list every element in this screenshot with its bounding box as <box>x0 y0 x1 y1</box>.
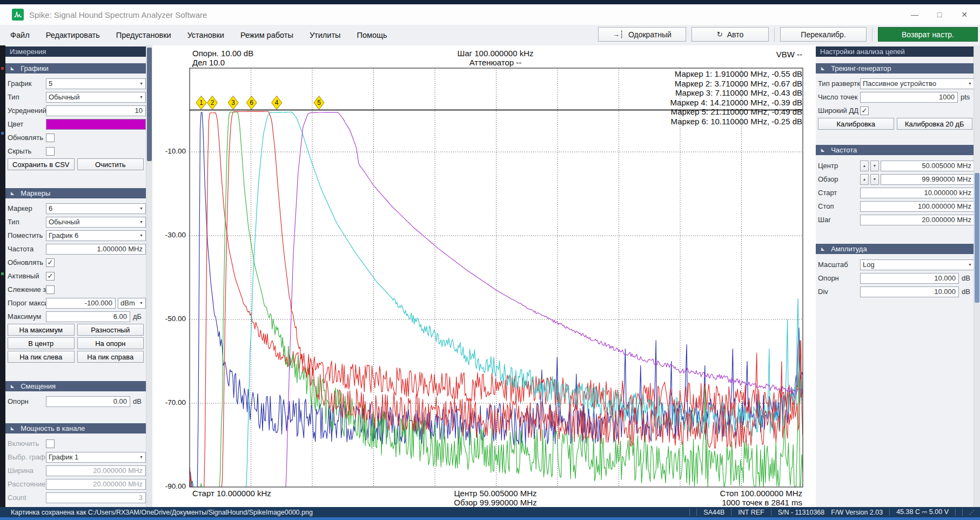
toolbar-separator <box>872 28 872 42</box>
center-freq-row: Центр ▲ ▼ 50.005000 MHz <box>816 159 975 172</box>
peak-threshold-input[interactable]: -100.000 <box>46 298 116 309</box>
status-separator <box>696 509 697 516</box>
trace-select-dropdown[interactable]: 5▼ <box>46 78 146 89</box>
stop-freq-input[interactable]: 100.000000 MHz <box>860 201 975 212</box>
maximize-icon[interactable]: □ <box>927 4 952 25</box>
channel-count-input[interactable]: 3 <box>46 492 146 503</box>
sweep-toolbar: →┆ Одократный ↻ Авто Перекалибр. Возврат… <box>598 27 978 42</box>
center-step-down-button[interactable]: ▼ <box>870 161 879 171</box>
marker-readout-line: Маркер 1: 1.910000 MHz, -0.55 dB <box>559 69 802 79</box>
marker-type-dropdown[interactable]: Обычный▼ <box>46 217 146 228</box>
trace-type-row: Тип Обычный▼ <box>5 90 146 104</box>
offsets-section-header[interactable]: ◣Смещения <box>5 381 146 391</box>
right-panel-scrollbar[interactable] <box>974 45 980 508</box>
marker-to-center-button[interactable]: В центр <box>8 337 75 349</box>
peak-max-unit: дБ <box>130 312 146 321</box>
ref-level-input[interactable]: 10.000 <box>860 273 959 284</box>
status-separator <box>689 509 690 516</box>
chevron-down-icon: ▼ <box>139 206 143 210</box>
trace-color-swatch[interactable] <box>46 119 146 130</box>
stop-freq-row: Стоп 100.000000 MHz <box>816 199 975 213</box>
marker-to-peak-button[interactable]: На максимум <box>8 324 75 336</box>
trace-avg-row: Усреднений 10 <box>5 104 146 117</box>
chart-step-label: Шаг 100.000000 kHz <box>458 49 534 58</box>
menu-help[interactable]: Помощь <box>351 29 393 42</box>
y-tick-label: -70.00 <box>153 398 186 406</box>
amplitude-section-header[interactable]: ◣Амплитуда <box>816 244 975 254</box>
clear-trace-button[interactable]: Очистить <box>77 158 144 170</box>
center-step-up-button[interactable]: ▲ <box>860 161 869 171</box>
marker-place-dropdown[interactable]: График 6▼ <box>46 230 146 241</box>
status-message: Картинка сохранена как C:/Users/RX3AM/On… <box>11 509 313 516</box>
menu-utilities[interactable]: Утилиты <box>304 29 347 42</box>
right-scrollbar-thumb[interactable] <box>975 173 979 303</box>
trace-update-checkbox[interactable]: ✓ <box>46 134 55 142</box>
marker-to-ref-button[interactable]: На опорн <box>77 337 144 349</box>
channel-power-enable-checkbox[interactable]: ✓ <box>46 439 55 448</box>
span-step-up-button[interactable]: ▲ <box>860 174 869 185</box>
center-freq-input[interactable]: 50.005000 MHz <box>881 161 975 171</box>
peak-max-input[interactable]: 6.00 <box>46 311 130 322</box>
marker-delta-button[interactable]: Разностный <box>77 324 144 336</box>
left-panel-scrollbar[interactable] <box>146 45 152 508</box>
collapse-triangle-icon: ◣ <box>821 66 824 71</box>
wide-dr-checkbox[interactable]: ✓ <box>860 106 869 115</box>
peak-left-button[interactable]: На пик слева <box>8 351 75 363</box>
channel-power-trace-dropdown[interactable]: График 1▼ <box>46 452 146 463</box>
marker-active-row: Активный ✓ <box>5 269 146 283</box>
menu-presets[interactable]: Предустановки <box>110 29 177 42</box>
y-tick-label: -90.00 <box>153 482 186 490</box>
menu-settings[interactable]: Установки <box>182 29 230 42</box>
menu-edit[interactable]: Редактировать <box>40 29 106 42</box>
resize-grip-icon[interactable]: ⋰ <box>969 509 975 515</box>
trace-type-dropdown[interactable]: Обычный▼ <box>46 92 146 103</box>
step-freq-input[interactable]: 20.000000 MHz <box>860 215 975 225</box>
export-csv-button[interactable]: Сохранить в CSV <box>8 158 75 170</box>
start-freq-input[interactable]: 10.000000 kHz <box>860 188 975 198</box>
network-panel-title: Настройки анализа цепей <box>816 46 975 57</box>
status-firmware: F/W Version 2.03 <box>831 509 883 516</box>
trace-hide-checkbox[interactable]: ✓ <box>46 147 55 156</box>
calibrate-button[interactable]: Калибровка <box>818 118 894 130</box>
marker-freq-input[interactable]: 1.000000 MHz <box>46 244 146 255</box>
recalibrate-button[interactable]: Перекалибр. <box>780 27 867 42</box>
minimize-icon[interactable]: — <box>902 4 927 25</box>
channel-spacing-input[interactable]: 20.000000 MHz <box>46 479 146 490</box>
marker-active-checkbox[interactable]: ✓ <box>46 272 55 281</box>
auto-sweep-button[interactable]: ↻ Авто <box>692 27 769 42</box>
title-bar: Spike: Signal Hound Spectrum Analyzer So… <box>0 4 980 25</box>
frequency-section-header[interactable]: ◣Частота <box>816 145 975 155</box>
marker-track-checkbox[interactable]: ✓ <box>46 285 55 294</box>
traces-section-header[interactable]: ◣Графики <box>5 63 146 74</box>
span-input[interactable]: 99.990000 MHz <box>881 174 975 185</box>
span-step-down-button[interactable]: ▼ <box>870 174 879 185</box>
channel-width-row: Ширина 20.000000 MHz <box>5 464 146 477</box>
markers-section-header[interactable]: ◣Маркеры <box>5 188 146 198</box>
sweep-type-dropdown[interactable]: Пассивное устройство▼ <box>860 78 975 89</box>
close-icon[interactable]: ✕ <box>952 4 977 25</box>
marker-diamond-label: 4 <box>275 99 279 106</box>
chart-ref-label: Опорн. 10.00 dB <box>192 49 253 58</box>
div-input[interactable]: 10.000 <box>860 286 959 297</box>
peak-right-button[interactable]: На пик справа <box>77 351 144 363</box>
trace-avg-input[interactable]: 10 <box>46 105 146 116</box>
marker-track-row: Слежение за ✓ <box>5 283 146 296</box>
single-sweep-button[interactable]: →┆ Одократный <box>598 27 686 42</box>
menu-file[interactable]: Файл <box>4 29 36 42</box>
calibrate-20db-button[interactable]: Калибровка 20 дБ <box>897 118 973 130</box>
peak-threshold-unit-dropdown[interactable]: dBm▼ <box>118 298 146 309</box>
left-scrollbar-thumb[interactable] <box>147 48 152 161</box>
channel-width-input[interactable]: 20.000000 MHz <box>46 465 146 476</box>
tracking-gen-section-header[interactable]: ◣Трекинг-генератор <box>816 63 975 74</box>
points-count-input[interactable]: 1000 <box>860 92 958 103</box>
marker-select-dropdown[interactable]: 6▼ <box>46 203 146 214</box>
status-separator <box>771 509 771 516</box>
offset-ref-input[interactable]: 0.00 <box>46 396 130 407</box>
scale-dropdown[interactable]: Log▼ <box>860 259 975 270</box>
channel-power-section-header[interactable]: ◣Мощность в канале <box>5 423 146 434</box>
marker-update-checkbox[interactable]: ✓ <box>46 258 55 267</box>
status-separator <box>731 509 731 516</box>
menu-mode[interactable]: Режим работы <box>234 29 299 42</box>
single-sweep-icon: →┆ <box>613 30 624 38</box>
return-settings-button[interactable]: Возврат настр. <box>878 27 978 42</box>
